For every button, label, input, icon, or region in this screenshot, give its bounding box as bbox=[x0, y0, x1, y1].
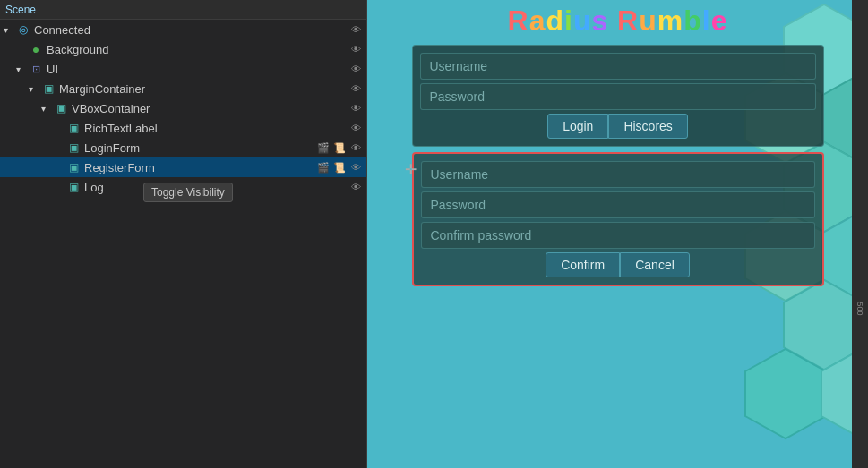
node-icon-connected: ◎ bbox=[16, 22, 30, 37]
title-letter-a1: a bbox=[529, 4, 546, 37]
node-label-vboxcontainer: VBoxContainer bbox=[72, 102, 348, 115]
title-letter-m2: m bbox=[657, 4, 683, 37]
tree-item-connected[interactable]: ▾ ◎ Connected 👁 bbox=[0, 20, 366, 39]
tree-icons-margin: 👁 bbox=[348, 81, 363, 96]
eye-icon-bg[interactable]: 👁 bbox=[348, 42, 363, 56]
title-letter-e2: e bbox=[711, 4, 728, 37]
login-form: Login Hiscores bbox=[412, 45, 824, 147]
node-icon-vbox: ▣ bbox=[54, 101, 68, 115]
node-icon-registerform: ▣ bbox=[66, 160, 81, 174]
node-label-background: Background bbox=[47, 43, 348, 56]
title-letter-r1: R bbox=[508, 4, 529, 37]
eye-icon-login[interactable]: 👁 bbox=[348, 140, 363, 155]
cancel-button[interactable]: Cancel bbox=[620, 252, 690, 277]
arrow-ui: ▾ bbox=[16, 64, 27, 74]
eye-icon-connected[interactable]: 👁 bbox=[348, 22, 363, 37]
register-form: ✛ Confirm Cancel bbox=[412, 152, 824, 286]
node-label-loginform: LoginForm bbox=[84, 141, 316, 155]
tree-item-ui[interactable]: ▾ ⊡ UI 👁 bbox=[0, 59, 366, 79]
film-icon-login[interactable]: 🎬 bbox=[316, 140, 331, 155]
login-password-input[interactable] bbox=[420, 83, 816, 110]
script-icon-login[interactable]: 📜 bbox=[332, 140, 347, 155]
title-letter-u2: u bbox=[639, 4, 657, 37]
node-icon-loginform: ▣ bbox=[66, 140, 81, 155]
login-username-input[interactable] bbox=[420, 53, 816, 80]
scene-tree-header: Scene bbox=[0, 0, 366, 20]
arrow-margin: ▾ bbox=[29, 84, 39, 94]
node-icon-ui: ⊡ bbox=[29, 62, 43, 76]
register-password-input[interactable] bbox=[421, 191, 815, 218]
tree-content: ▾ ◎ Connected 👁 ● Background 👁 ▾ ⊡ UI 👁 bbox=[0, 20, 366, 468]
tree-item-vboxcontainer[interactable]: ▾ ▣ VBoxContainer 👁 bbox=[0, 98, 366, 118]
tree-item-registerform[interactable]: ▣ RegisterForm 🎬 📜 👁 Toggle Visibility bbox=[0, 157, 366, 177]
title-letter-l2: l bbox=[702, 4, 711, 37]
tree-icons-bg: 👁 bbox=[348, 42, 363, 56]
node-label-ui: UI bbox=[47, 63, 348, 76]
tree-item-loginform[interactable]: ▣ LoginForm 🎬 📜 👁 bbox=[0, 138, 366, 157]
plus-icon: ✛ bbox=[405, 161, 417, 178]
tree-icons-log: 👁 bbox=[348, 180, 363, 194]
tree-icons-login: 🎬 📜 👁 bbox=[316, 140, 363, 155]
script-icon-register[interactable]: 📜 bbox=[332, 160, 347, 174]
title-letter-i1: i bbox=[564, 4, 573, 37]
arrow-connected: ▾ bbox=[4, 25, 14, 35]
login-button[interactable]: Login bbox=[547, 114, 608, 139]
node-label-margincontainer: MarginContainer bbox=[59, 82, 348, 96]
eye-icon-rtl[interactable]: 👁 bbox=[348, 121, 363, 135]
confirm-button[interactable]: Confirm bbox=[546, 252, 620, 277]
eye-icon-ui[interactable]: 👁 bbox=[348, 62, 363, 76]
eye-icon-register[interactable]: 👁 bbox=[348, 160, 363, 174]
eye-icon-log[interactable]: 👁 bbox=[348, 180, 363, 194]
node-icon-log: ▣ bbox=[66, 180, 81, 194]
node-icon-background: ● bbox=[29, 42, 43, 56]
title-letter-u1: u bbox=[573, 4, 592, 37]
ruler-label: 500 bbox=[855, 302, 864, 315]
title-letter-b2: b bbox=[683, 4, 702, 37]
scene-tree-panel: Scene ▾ ◎ Connected 👁 ● Background 👁 ▾ bbox=[0, 0, 367, 468]
tree-icons-connected: 👁 bbox=[348, 22, 363, 37]
register-form-inner: ✛ bbox=[421, 161, 815, 188]
ruler-right: 500 bbox=[852, 0, 868, 468]
title-letter-s1: s bbox=[591, 4, 608, 37]
tree-item-background[interactable]: ● Background 👁 bbox=[0, 39, 366, 59]
node-icon-rtl: ▣ bbox=[66, 121, 81, 135]
film-icon-register[interactable]: 🎬 bbox=[316, 160, 331, 174]
game-preview-panel: Radius Rumble Login Hiscores ✛ Confirm C… bbox=[367, 0, 868, 468]
arrow-vbox: ▾ bbox=[41, 104, 52, 114]
tree-icons-ui: 👁 bbox=[348, 62, 363, 76]
node-label-connected: Connected bbox=[34, 23, 348, 37]
title-letter-d1: d bbox=[546, 4, 564, 37]
scene-label: Scene bbox=[5, 4, 36, 16]
tree-icons-register: 🎬 📜 👁 bbox=[316, 160, 363, 174]
login-button-row: Login Hiscores bbox=[420, 114, 816, 139]
register-username-input[interactable] bbox=[421, 161, 815, 188]
title-letter-r2: R bbox=[617, 4, 639, 37]
register-confirm-input[interactable] bbox=[421, 222, 815, 249]
game-title: Radius Rumble bbox=[508, 4, 728, 38]
register-button-row: Confirm Cancel bbox=[421, 252, 815, 277]
game-overlay: Radius Rumble Login Hiscores ✛ Confirm C… bbox=[367, 0, 868, 468]
tree-item-richtextlabel[interactable]: ▣ RichTextLabel 👁 bbox=[0, 118, 366, 138]
eye-icon-vbox[interactable]: 👁 bbox=[348, 101, 363, 115]
node-label-registerform: RegisterForm bbox=[84, 161, 316, 174]
eye-icon-margin[interactable]: 👁 bbox=[348, 81, 363, 96]
tree-item-margincontainer[interactable]: ▾ ▣ MarginContainer 👁 bbox=[0, 79, 366, 98]
node-label-richtextlabel: RichTextLabel bbox=[84, 122, 348, 135]
toggle-visibility-tooltip: Toggle Visibility bbox=[143, 183, 233, 202]
hiscores-button[interactable]: Hiscores bbox=[608, 114, 687, 139]
node-icon-margin: ▣ bbox=[41, 81, 56, 96]
tree-icons-rtl: 👁 bbox=[348, 121, 363, 135]
tree-icons-vbox: 👁 bbox=[348, 101, 363, 115]
